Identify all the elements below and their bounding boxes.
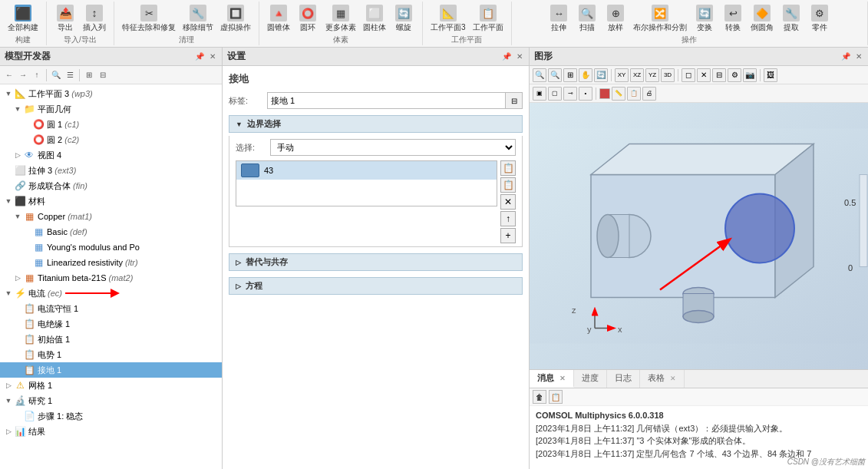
expand-linearized[interactable]: [21, 257, 32, 268]
workplane-button[interactable]: 📋 工作平面: [470, 3, 507, 35]
list-up-icon[interactable]: ↑: [500, 211, 516, 226]
bottom-clear-icon[interactable]: 🗑: [533, 390, 546, 404]
measure-icon[interactable]: 📏: [612, 87, 625, 101]
deselect-icon[interactable]: ✕: [697, 68, 711, 82]
expand-materials[interactable]: ▼: [3, 196, 14, 206]
expand-study[interactable]: ▼: [3, 395, 14, 406]
part-button[interactable]: ⚙ 零件: [806, 3, 833, 35]
expand-gnd[interactable]: [12, 365, 23, 375]
camera-icon[interactable]: 📷: [743, 68, 757, 82]
settings-pin-icon[interactable]: 📌: [500, 52, 513, 61]
cylinder-button[interactable]: ⬜ 圆柱体: [360, 3, 389, 35]
zoom-in-icon[interactable]: 🔍: [533, 68, 546, 82]
settings-close-icon[interactable]: ✕: [515, 52, 524, 61]
up-icon[interactable]: ↑: [31, 69, 43, 81]
bottom-copy-icon[interactable]: 📋: [549, 390, 563, 404]
tree-item-potential[interactable]: 📋 电势 1: [0, 347, 222, 362]
torus-button[interactable]: ⭕ 圆环: [294, 3, 322, 35]
rotate-icon[interactable]: 🔄: [594, 68, 608, 82]
tree-item-initial[interactable]: 📋 初始值 1: [0, 332, 222, 347]
expand-init[interactable]: [12, 334, 23, 345]
remove-detail-button[interactable]: 🔧 移除细节: [180, 3, 216, 35]
extrude-button[interactable]: ↔ 拉伸: [545, 3, 573, 35]
tree-item-study[interactable]: ▼ 🔬 研究 1: [0, 393, 222, 408]
expand-ins[interactable]: [12, 319, 23, 329]
tab-messages-close[interactable]: ✕: [559, 375, 566, 382]
expand-workplane3[interactable]: ▼: [3, 88, 14, 99]
tree-item-linearized[interactable]: ▦ Linearized resistivity (ltr): [0, 255, 222, 270]
expand-extrude3[interactable]: [3, 165, 14, 176]
forward-icon[interactable]: →: [17, 69, 29, 81]
expand-plane-geo[interactable]: ▼: [12, 104, 23, 114]
render-icon[interactable]: 🖼: [764, 68, 777, 82]
grid-icon[interactable]: ⊞: [83, 69, 95, 81]
tree-item-extrude3[interactable]: ⬜ 拉伸 3 (ext3): [0, 163, 222, 178]
virtual-op-button[interactable]: 🔲 虚拟操作: [217, 3, 254, 35]
expand-icon[interactable]: ⊟: [97, 69, 109, 81]
graphics-pin-icon[interactable]: 📌: [840, 52, 852, 61]
boundary-selection-header[interactable]: ▼ 边界选择: [229, 115, 523, 133]
transform-button[interactable]: 🔄 变换: [691, 3, 718, 35]
select-edge-icon[interactable]: ⊸: [563, 87, 577, 101]
sweep-button[interactable]: 🔍 扫描: [573, 3, 601, 35]
helix-button[interactable]: 🔄 螺旋: [390, 3, 417, 35]
tree-item-materials[interactable]: ▼ ⬛ 材料: [0, 193, 222, 209]
fit-view-icon[interactable]: ⊞: [563, 68, 577, 82]
expand-view4[interactable]: ▷: [12, 150, 23, 160]
search-icon[interactable]: 🔍: [50, 69, 62, 81]
list-add-icon[interactable]: +: [500, 228, 516, 243]
back-icon[interactable]: ←: [3, 69, 15, 81]
tree-item-titanium[interactable]: ▷ ▦ Titanium beta-21S (mat2): [0, 270, 222, 286]
tree-item-copper[interactable]: ▼ ▦ Copper (mat1): [0, 209, 222, 224]
select-point-icon[interactable]: •: [579, 87, 592, 101]
list-copy-icon[interactable]: 📋: [500, 160, 516, 176]
tree-item-view4[interactable]: ▷ 👁 视图 4: [0, 147, 222, 163]
tree-item-ground[interactable]: 📋 接地 1: [0, 362, 222, 378]
tree-item-insulation[interactable]: 📋 电绝缘 1: [0, 316, 222, 332]
build-all-button[interactable]: ⬛ 全部构建: [5, 3, 41, 35]
close-left-panel-icon[interactable]: ✕: [208, 52, 217, 61]
select-dropdown[interactable]: 手动 全部边界 外边界: [270, 139, 516, 156]
view-3d-icon[interactable]: 3D: [661, 68, 675, 82]
equation-header[interactable]: ▷ 方程: [229, 277, 523, 295]
expand-results[interactable]: ▷: [3, 426, 14, 437]
expand-circle1[interactable]: [21, 119, 32, 130]
label-field-input[interactable]: [267, 92, 506, 109]
expand-youngs[interactable]: [21, 242, 32, 253]
tab-messages[interactable]: 消息 ✕: [530, 370, 574, 388]
tab-log[interactable]: 日志: [607, 370, 640, 388]
expand-basic[interactable]: [21, 226, 32, 237]
expand-step1[interactable]: [12, 411, 23, 421]
print-icon[interactable]: 🖨: [642, 87, 656, 101]
color-icon[interactable]: [599, 88, 610, 99]
tree-item-plane-geo[interactable]: ▼ 📁 平面几何: [0, 101, 222, 117]
tree-item-workplane3[interactable]: ▼ 📐 工作平面 3 (wp3): [0, 86, 222, 101]
pan-icon[interactable]: ✋: [579, 68, 592, 82]
tree-item-results[interactable]: ▷ 📊 结果: [0, 424, 222, 439]
feature-remove-button[interactable]: ✂ 特征去除和修复: [119, 3, 179, 35]
view-xz-icon[interactable]: XZ: [630, 68, 644, 82]
select-domain-icon[interactable]: ▣: [533, 87, 546, 101]
expand-titanium[interactable]: ▷: [12, 272, 23, 283]
expand-pot[interactable]: [12, 349, 23, 360]
tree-item-mesh[interactable]: ▷ ⚠ 网格 1: [0, 378, 222, 393]
list-view-icon[interactable]: ☰: [64, 69, 76, 81]
select-boundary-icon[interactable]: ▢: [548, 87, 562, 101]
tree-item-youngs[interactable]: ▦ Young's modulus and Po: [0, 239, 222, 255]
expand-union[interactable]: [3, 180, 14, 191]
fillet-button[interactable]: 🔶 倒圆角: [748, 3, 777, 35]
expand-cc[interactable]: [12, 303, 23, 314]
list-paste-icon[interactable]: 📋: [500, 177, 516, 193]
zoom-out-icon[interactable]: 🔍: [548, 68, 562, 82]
tab-table[interactable]: 表格 ✕: [640, 370, 685, 388]
cone-button[interactable]: 🔺 圆锥体: [264, 3, 293, 35]
tab-table-close[interactable]: ✕: [670, 375, 676, 382]
tree-item-step1[interactable]: 📄 步骤 1: 稳态: [0, 408, 222, 424]
list-delete-icon[interactable]: ✕: [500, 194, 516, 210]
expand-mesh[interactable]: ▷: [3, 380, 14, 391]
list-item-43[interactable]: 43: [236, 161, 497, 180]
export-button[interactable]: 📤 导出: [51, 3, 79, 35]
tree-item-basic[interactable]: ▦ Basic (def): [0, 224, 222, 239]
settings-gfx-icon[interactable]: ⚙: [728, 68, 741, 82]
select-all-icon[interactable]: ◻: [682, 68, 695, 82]
